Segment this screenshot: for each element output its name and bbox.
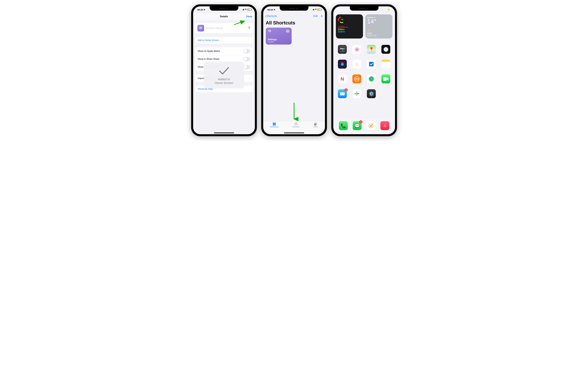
things-icon: [367, 60, 376, 68]
add-to-home-screen-button[interactable]: Add to Home Screen: [195, 37, 252, 44]
tab-my-shortcuts[interactable]: My Shortcuts: [270, 122, 278, 134]
location-icon: ➤: [203, 8, 205, 11]
svg-rect-0: [249, 26, 250, 28]
app-grid: 📷Camera 🌸Photos 📍Maps 🕙Clock Shortcuts ⌂…: [333, 39, 395, 101]
clock-icon: 🕙: [381, 45, 390, 54]
notification-badge: 5: [345, 88, 348, 92]
svg-rect-7: [274, 124, 276, 125]
battery-icon: [247, 9, 252, 11]
nav-title: Details: [220, 15, 228, 18]
switch[interactable]: [243, 65, 250, 69]
cellular-icon: [312, 9, 314, 10]
fitness-widget[interactable]: 23/300KCAL 0/30MIN 1/12HRS Fitness: [336, 14, 363, 39]
done-button[interactable]: Done: [246, 15, 252, 18]
gallery-icon: [314, 122, 317, 126]
app-things[interactable]: Things: [365, 60, 378, 71]
add-button[interactable]: +: [320, 14, 323, 18]
home-screen[interactable]: 09:34 ➤ 23/300KCAL 0/30MIN 1/12HRS Fitne…: [333, 6, 395, 134]
app-slack[interactable]: Slack: [350, 89, 363, 101]
app-camera[interactable]: 📷Camera: [336, 45, 349, 56]
switch[interactable]: [243, 57, 250, 61]
location-icon: ➤: [273, 8, 275, 11]
app-news[interactable]: NNews: [336, 75, 349, 86]
phone-icon: 📞: [341, 123, 346, 128]
widget-label: Fitness: [336, 40, 363, 42]
app-phone[interactable]: 📞: [339, 121, 348, 130]
nav-bar: ‹ Shortcuts Edit +: [263, 13, 325, 19]
weather-hilo: H:23° L:12°: [367, 34, 377, 36]
findmy-icon: [367, 75, 376, 83]
tab-bar: My Shortcuts Automation Gallery: [263, 121, 325, 134]
status-time: 09:33: [198, 9, 203, 11]
tab-gallery[interactable]: Gallery: [314, 122, 318, 134]
app-notes[interactable]: Notes: [379, 60, 392, 71]
weather-widget[interactable]: Radlett ➤ 14° ≋ Haze H:23° L:12° Weather: [365, 14, 392, 39]
news-icon: N: [338, 75, 347, 83]
app-settings[interactable]: ⚙️Settings: [365, 89, 378, 101]
app-maps[interactable]: 📍Maps: [365, 45, 378, 56]
more-icon[interactable]: •••: [286, 29, 290, 33]
app-photos[interactable]: 🌸Photos: [350, 45, 363, 56]
safari-icon: 🧭: [368, 123, 374, 128]
phone-frame-2: 09:34 ➤ ‹ Shortcuts Edit + All Shortcuts: [261, 4, 327, 136]
overcast-icon: [352, 75, 361, 83]
shortcut-tile-settings[interactable]: ••• Settings 1 action: [266, 28, 292, 44]
location-icon: ➤: [344, 8, 346, 11]
app-safari[interactable]: 🧭: [367, 121, 376, 130]
app-shortcuts[interactable]: Shortcuts: [336, 60, 349, 71]
battery-icon: [317, 9, 322, 11]
svg-point-16: [371, 78, 372, 79]
app-clock[interactable]: 🕙Clock: [379, 45, 392, 56]
page-dots[interactable]: ● ○: [333, 117, 395, 118]
svg-rect-4: [273, 122, 274, 124]
notes-icon: [381, 60, 390, 68]
app-mail[interactable]: ✉️5Mail: [336, 89, 349, 101]
chevron-left-icon: ‹: [265, 14, 266, 18]
app-findmy[interactable]: Find My: [365, 75, 378, 86]
shortcut-icon: [268, 29, 272, 33]
phone-frame-1: 09:33 ➤ Details Done Shortcut Name: [191, 4, 257, 136]
svg-rect-5: [274, 122, 276, 124]
app-music[interactable]: ♫: [380, 121, 389, 130]
toggle-apple-watch[interactable]: Show on Apple Watch: [195, 47, 252, 55]
camera-icon: 📷: [338, 45, 347, 54]
switch[interactable]: [243, 49, 250, 53]
cellular-icon: [382, 9, 384, 10]
page-title: All Shortcuts: [263, 19, 325, 28]
nav-bar: Details Done: [193, 13, 255, 20]
shortcut-name-input[interactable]: Shortcut Name: [206, 27, 246, 30]
wifi-icon: [315, 9, 317, 11]
home-icon: ⌂: [352, 60, 361, 68]
fitness-stand: 1/12HRS: [338, 31, 361, 33]
dictate-icon[interactable]: [248, 26, 251, 30]
cellular-icon: [242, 9, 244, 10]
screen-all-shortcuts: 09:34 ➤ ‹ Shortcuts Edit + All Shortcuts: [263, 6, 325, 134]
weather-condition: Haze: [367, 32, 377, 34]
back-button[interactable]: ‹ Shortcuts: [265, 14, 277, 18]
grid-icon: [273, 122, 276, 126]
shortcut-name-field[interactable]: Shortcut Name: [195, 23, 252, 33]
chevron-right-icon: ›: [249, 77, 250, 80]
mail-icon: ✉️5: [338, 89, 347, 98]
music-icon: ♫: [383, 123, 387, 128]
status-time: 09:34: [337, 9, 343, 11]
shortcut-icon[interactable]: [198, 25, 204, 32]
automation-icon: [294, 122, 298, 126]
app-overcast[interactable]: Overcast: [350, 75, 363, 86]
home-indicator[interactable]: [284, 133, 304, 133]
wifi-icon: [385, 9, 387, 11]
svg-rect-20: [357, 94, 357, 96]
home-indicator[interactable]: [214, 133, 234, 133]
svg-rect-11: [369, 62, 374, 66]
dock: 📞 💬5 🧭 ♫: [335, 119, 393, 132]
activity-rings-icon: [338, 16, 346, 24]
svg-rect-21: [357, 93, 359, 94]
svg-rect-10: [314, 123, 316, 125]
app-messages[interactable]: 💬5: [353, 121, 362, 130]
app-home[interactable]: ⌂Home: [350, 60, 363, 71]
facetime-icon: [381, 75, 390, 83]
maps-icon: 📍: [367, 45, 376, 54]
app-facetime[interactable]: FaceTime: [379, 75, 392, 86]
edit-button[interactable]: Edit: [314, 15, 318, 18]
home-indicator[interactable]: [354, 133, 374, 133]
